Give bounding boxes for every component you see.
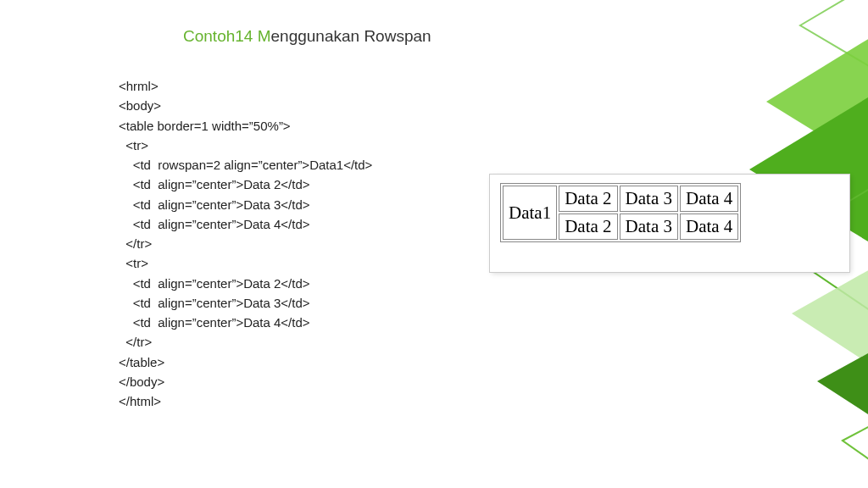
svg-marker-0 bbox=[826, 0, 868, 68]
table-row: Data1 Data 2 Data 3 Data 4 bbox=[503, 186, 738, 212]
code-line: </table> bbox=[119, 352, 372, 372]
code-line: <body> bbox=[119, 96, 372, 115]
code-line: <td align=”center”>Data 3</td> bbox=[119, 293, 372, 313]
code-line: </tr> bbox=[119, 332, 372, 352]
table-cell: Data 2 bbox=[559, 214, 617, 240]
svg-marker-7 bbox=[843, 364, 868, 488]
svg-marker-1 bbox=[800, 0, 868, 136]
table-cell: Data 2 bbox=[559, 186, 617, 212]
code-line: </html> bbox=[119, 391, 372, 411]
title-rest: enggunakan Rowspan bbox=[271, 27, 431, 45]
code-line: <td align=”center”>Data 2</td> bbox=[119, 274, 372, 293]
code-line: <td align=”center”>Data 4</td> bbox=[119, 214, 372, 234]
table-cell: Data1 bbox=[503, 186, 557, 240]
svg-marker-6 bbox=[817, 288, 868, 488]
code-line: <table border=1 width=”50%”> bbox=[119, 116, 372, 136]
slide-title: Contoh14 Menggunakan Rowspan bbox=[183, 27, 431, 46]
code-line: </body> bbox=[119, 372, 372, 391]
code-line: </tr> bbox=[119, 234, 372, 253]
code-line: <tr> bbox=[119, 136, 372, 155]
code-block: <hrml> <body> <table border=1 width=”50%… bbox=[119, 76, 372, 411]
code-line: <td align=”center”>Data 3</td> bbox=[119, 195, 372, 214]
table-cell: Data 3 bbox=[620, 214, 678, 240]
table-cell: Data 4 bbox=[680, 186, 738, 212]
table-cell: Data 3 bbox=[620, 186, 678, 212]
rendered-output-box: Data1 Data 2 Data 3 Data 4 Data 2 Data 3… bbox=[490, 175, 849, 272]
rendered-table: Data1 Data 2 Data 3 Data 4 Data 2 Data 3… bbox=[500, 183, 741, 242]
title-accent: Contoh14 M bbox=[183, 27, 271, 45]
code-line: <td align=”center”>Data 2</td> bbox=[119, 175, 372, 194]
code-line: <tr> bbox=[119, 253, 372, 273]
code-line: <td rowspan=2 align=”center”>Data1</td> bbox=[119, 155, 372, 175]
code-line: <td align=”center”>Data 4</td> bbox=[119, 313, 372, 332]
code-line: <hrml> bbox=[119, 76, 372, 96]
table-cell: Data 4 bbox=[680, 214, 738, 240]
